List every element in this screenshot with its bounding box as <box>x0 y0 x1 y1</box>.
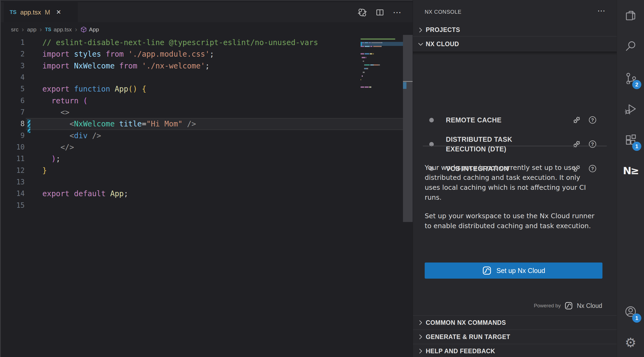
minimap-line <box>361 57 366 58</box>
panel-header: NX CONSOLE ⋯ <box>413 0 617 24</box>
extensions-icon[interactable]: 1 <box>621 130 640 149</box>
feature-dte: DISTRIBUTED TASK EXECUTION (DTE) ? <box>413 132 617 156</box>
breadcrumb-symbol-app[interactable]: App <box>89 26 99 33</box>
nx-logo: N≥ <box>623 165 638 177</box>
code-line-13[interactable]: 13 <box>0 176 403 188</box>
code-line-10[interactable]: 10 </> <box>0 141 403 153</box>
line-number: 15 <box>0 200 25 211</box>
minimap-line <box>361 46 382 47</box>
code-line-9[interactable]: 9 <div /> <box>0 130 403 141</box>
tab-app-tsx[interactable]: TS app.tsx M ✕ <box>4 2 78 22</box>
code-text: export default App; <box>42 188 128 199</box>
code-line-2[interactable]: 2import styles from './app.module.css'; <box>0 48 403 60</box>
code-text: <NxWelcome title="Hi Mom" /> <box>42 118 196 130</box>
code-line-1[interactable]: 1// eslint-disable-next-line @typescript… <box>0 37 403 48</box>
breadcrumb-app[interactable]: app <box>27 26 36 33</box>
section-nx-cloud[interactable]: NX CLOUD <box>413 37 617 52</box>
code-line-7[interactable]: 7 <> <box>0 107 403 118</box>
panel-more-actions-icon[interactable]: ⋯ <box>597 6 605 15</box>
scroll-shadow <box>413 52 617 55</box>
gear-icon: ⚙ <box>625 336 636 349</box>
section-help-and-feedback[interactable]: HELP AND FEEDBACK <box>413 344 617 357</box>
line-number: 7 <box>0 107 25 118</box>
minimap-modified-mark <box>361 42 362 46</box>
line-number: 13 <box>0 176 25 188</box>
setup-hint-text: Set up your workspace to use the Nx Clou… <box>425 211 598 231</box>
code-text: import NxWelcome from './nx-welcome'; <box>42 60 210 72</box>
overview-ruler-modified-mark <box>403 82 406 89</box>
divider <box>423 146 607 146</box>
line-number: 11 <box>0 153 25 165</box>
code-text: return ( <box>42 95 88 107</box>
set-up-nx-cloud-button[interactable]: Set up Nx Cloud <box>425 263 602 279</box>
search-icon[interactable] <box>621 37 640 56</box>
editor-toolbar: ⋯ <box>357 2 402 22</box>
nx-console-activity-icon[interactable]: N≥ <box>621 161 640 180</box>
minimap-current-line <box>361 42 403 46</box>
accounts-badge: 1 <box>632 314 641 323</box>
code-line-11[interactable]: 11 ); <box>0 153 403 165</box>
open-changes-icon[interactable] <box>357 8 367 17</box>
code-text: ); <box>42 153 60 165</box>
code-text: <div /> <box>42 130 101 141</box>
split-editor-icon[interactable] <box>375 8 385 17</box>
help-question-icon[interactable]: ? <box>588 116 597 124</box>
code-line-5[interactable]: 5export function App() { <box>0 83 403 95</box>
nx-console-panel: NX CONSOLE ⋯ PROJECTS NX CLOUD REMOTE CA… <box>413 0 617 357</box>
svg-text:?: ? <box>591 118 594 123</box>
git-modified-gutter-marker <box>28 129 30 133</box>
chevron-right-icon <box>417 347 425 355</box>
code-line-12[interactable]: 12} <box>0 165 403 176</box>
breadcrumb-separator: › <box>75 26 77 33</box>
typescript-file-icon: TS <box>10 9 17 15</box>
line-number: 6 <box>0 95 25 107</box>
breadcrumb-src[interactable]: src <box>11 26 18 33</box>
activity-bar: 2 1 N≥ 1 ⚙ <box>617 0 644 357</box>
section-label: COMMON NX COMMANDS <box>426 319 506 326</box>
source-control-icon[interactable]: 2 <box>621 68 640 88</box>
chevron-right-icon <box>417 319 425 327</box>
connect-plug-icon[interactable] <box>572 140 581 149</box>
line-number: 3 <box>0 60 25 72</box>
help-question-icon[interactable]: ? <box>588 140 597 148</box>
code-text: // eslint-disable-next-line @typescript-… <box>42 37 318 48</box>
powered-by-text: Powered by <box>534 303 561 309</box>
explorer-icon[interactable] <box>621 6 640 25</box>
bottom-sections: COMMON NX COMMANDS GENERATE & RUN TARGET… <box>413 315 617 357</box>
run-and-debug-icon[interactable] <box>621 99 640 118</box>
nx-cloud-logo-icon <box>564 301 573 310</box>
section-label: NX CLOUD <box>426 41 459 48</box>
code-text: </> <box>42 141 74 153</box>
minimap-line <box>361 75 363 77</box>
git-modified-badge: M <box>45 9 50 16</box>
breadcrumb-file[interactable]: app.tsx <box>54 26 72 33</box>
code-line-4[interactable]: 4 <box>0 72 403 83</box>
code-line-15[interactable]: 15 <box>0 200 403 211</box>
minimap-line <box>361 79 361 81</box>
code-line-3[interactable]: 3import NxWelcome from './nx-welcome'; <box>0 60 403 72</box>
section-common-nx-commands[interactable]: COMMON NX COMMANDS <box>413 315 617 330</box>
connect-plug-icon[interactable] <box>572 115 581 125</box>
accounts-icon[interactable]: 1 <box>621 302 640 321</box>
breadcrumb-separator: › <box>22 26 24 33</box>
code-line-8[interactable]: 8 <NxWelcome title="Hi Mom" /> <box>0 118 403 130</box>
code-editor[interactable]: 1// eslint-disable-next-line @typescript… <box>0 37 403 211</box>
workspace-status-text: Your workspace is not currently set up t… <box>425 163 598 202</box>
panel-title: NX CONSOLE <box>425 9 461 15</box>
section-generate-run-target[interactable]: GENERATE & RUN TARGET <box>413 330 617 344</box>
code-line-14[interactable]: 14export default App; <box>0 188 403 199</box>
line-number: 4 <box>0 72 25 83</box>
minimap-line <box>361 86 371 88</box>
section-projects[interactable]: PROJECTS <box>413 24 617 37</box>
code-line-6[interactable]: 6 return ( <box>0 95 403 107</box>
section-label: GENERATE & RUN TARGET <box>426 333 510 341</box>
minimap-line <box>361 64 380 66</box>
line-number: 9 <box>0 130 25 141</box>
tab-label: app.tsx <box>20 9 41 16</box>
line-number: 5 <box>0 83 25 95</box>
line-number: 12 <box>0 165 25 176</box>
close-tab-icon[interactable]: ✕ <box>56 9 61 16</box>
editor-scrollbar[interactable] <box>403 35 413 222</box>
settings-gear-icon[interactable]: ⚙ <box>621 333 640 352</box>
editor-more-actions-icon[interactable]: ⋯ <box>393 8 402 17</box>
